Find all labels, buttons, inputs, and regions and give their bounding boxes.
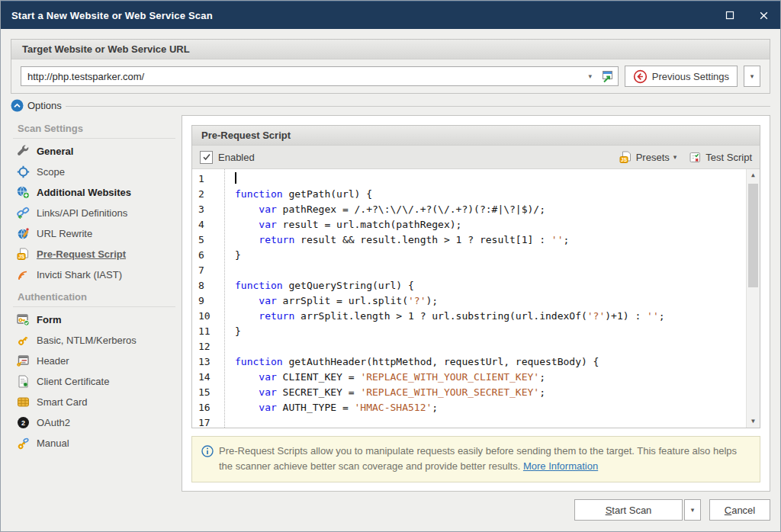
sidebar-item-label: Basic, NTLM/Kerberos [37,335,137,346]
globe-plus-icon [16,186,30,200]
test-script-button[interactable]: Test Script [689,151,752,164]
sidebar-item-form[interactable]: Form [11,309,182,330]
presets-button[interactable]: JS Presets ▾ [619,151,677,164]
url-dropdown-caret[interactable]: ▾ [583,72,598,80]
options-expander[interactable]: Options [11,99,770,112]
svg-text:JS: JS [18,254,25,259]
sidebar-item-header-auth[interactable]: Header [11,351,182,371]
code-line[interactable]: 9 var arrSplit = url.split('?'); [192,293,746,309]
code-lines[interactable]: 12function getPath(url) {3 var pathRegex… [192,169,746,428]
globe-pencil-icon [16,227,30,241]
sidebar-item-smart-card[interactable]: Smart Card [11,392,182,412]
start-scan-dropdown[interactable]: ▾ [684,499,701,521]
code-line[interactable]: 8function getQueryString(url) { [192,278,746,293]
code-line[interactable]: 15 var SECRET_KEY = 'REPLACE_WITH_YOUR_S… [192,385,746,400]
info-icon [201,445,214,457]
sidebar-item-label: Links/API Definitions [37,207,127,219]
dialog-content: Target Website or Web Service URL ▾ Prev… [1,29,780,531]
sidebar-item-additional-websites[interactable]: Additional Websites [11,182,182,203]
sidebar-item-basic-ntlm[interactable]: Basic, NTLM/Kerberos [11,330,182,351]
js-script-icon: JS [16,248,30,261]
pre-request-script-panel: Pre-Request Script Enabled JS Presets ▾ [182,115,770,492]
maximize-button[interactable] [713,2,747,29]
sidebar-item-client-certificate[interactable]: Client Certificate [11,371,182,392]
code-line[interactable]: 13function getAuthHeader(httpMethod, req… [192,354,746,370]
script-code-editor[interactable]: 12function getPath(url) {3 var pathRegex… [192,169,760,428]
sidebar-item-label: Pre-Request Script [37,248,126,260]
title-bar: Start a New Website or Web Service Scan [1,1,780,29]
sidebar-item-label: Manual [37,437,69,449]
more-information-link[interactable]: More Information [523,460,598,472]
svg-text:2: 2 [21,419,24,427]
code-line[interactable]: 10 return arrSplit.length > 1 ? url.subs… [192,309,746,324]
sidebar-item-label: General [37,146,73,157]
target-url-group: Target Website or Web Service URL ▾ Prev… [11,39,770,94]
scroll-up-icon[interactable]: ▲ [747,169,760,181]
window-title: Start a New Website or Web Service Scan [1,10,713,21]
code-line[interactable]: 3 var pathRegex = /.+?\:\/\/.+?(\/.+?)(?… [192,202,746,217]
enabled-label: Enabled [218,152,255,163]
maximize-icon [725,11,734,20]
code-line[interactable]: 11} [192,324,746,339]
scan-settings-header: Scan Settings [11,117,182,138]
sidebar-item-label: Client Certificate [37,376,109,387]
sidebar-item-manual[interactable]: Manual [11,433,182,453]
code-line[interactable]: 14 var CLIENT_KEY = 'REPLACE_WITH_YOUR_C… [192,370,746,385]
close-button[interactable] [747,2,780,29]
code-line[interactable]: 5 return result && result.length > 1 ? r… [192,232,746,248]
collapse-chevron-icon [11,99,24,112]
test-script-label: Test Script [705,152,752,163]
wrench-icon [16,145,30,159]
editor-scrollbar[interactable]: ▲ ▼ [746,169,760,428]
enabled-checkbox[interactable] [200,151,213,164]
sidebar-item-label: URL Rewrite [37,228,92,239]
code-line[interactable]: 7 [192,263,746,278]
sidebar-item-pre-request-script[interactable]: JS Pre-Request Script [11,244,182,264]
text-cursor [235,172,236,184]
script-toolbar: Enabled JS Presets ▾ Test Script [192,146,760,169]
sidebar-item-general[interactable]: General [11,141,182,162]
section-divider [13,138,175,139]
previous-settings-dropdown[interactable]: ▾ [744,66,760,87]
previous-settings-icon [633,69,648,84]
options-label: Options [27,100,62,111]
code-line[interactable]: 16 var AUTH_TYPE = 'HMAC-SHA512'; [192,400,746,415]
scrollbar-thumb[interactable] [748,184,758,287]
sidebar-item-label: Scope [37,166,65,178]
presets-caret-icon: ▾ [673,153,677,161]
start-scan-button[interactable]: Start Scan [574,499,683,521]
cancel-button[interactable]: Cancel [709,499,770,521]
sidebar-item-scope[interactable]: Scope [11,162,182,182]
sidebar-item-links-api[interactable]: Links/API Definitions [11,203,182,223]
code-line[interactable]: 12 [192,339,746,354]
previous-settings-button[interactable]: Previous Settings [625,66,738,87]
check-icon [202,152,211,162]
sidebar-item-label: Additional Websites [37,187,131,198]
sidebar-item-url-rewrite[interactable]: URL Rewrite [11,223,182,244]
test-script-icon [689,151,702,164]
gutter-separator [224,169,225,428]
js-presets-icon: JS [619,151,632,164]
code-line[interactable]: 17 [192,415,746,428]
manual-key-icon [16,437,30,450]
sidebar-item-oauth2[interactable]: 2 OAuth2 [11,412,182,433]
radiating-waves-icon [16,268,30,282]
target-icon [16,165,30,179]
code-line[interactable]: 2function getPath(url) { [192,187,746,202]
open-in-browser-icon[interactable] [598,68,618,85]
presets-label: Presets [636,152,670,163]
target-url-input[interactable] [21,68,583,85]
sidebar-item-invicti-shark[interactable]: Invicti Shark (IAST) [11,264,182,285]
scroll-down-icon[interactable]: ▼ [747,415,760,428]
code-line[interactable]: 1 [192,171,746,187]
info-text-body: Pre-Request Scripts allow you to manipul… [219,445,737,472]
pre-request-script-group: Pre-Request Script Enabled JS Presets ▾ [191,125,760,428]
section-divider [13,306,175,307]
sidebar-item-label: Smart Card [37,396,87,408]
footer-bar: Start Scan ▾ Cancel [11,492,770,531]
pre-request-script-header: Pre-Request Script [192,126,760,146]
code-line[interactable]: 6} [192,248,746,263]
code-line[interactable]: 4 var result = url.match(pathRegex); [192,217,746,232]
authentication-header: Authentication [11,285,182,306]
target-url-body: ▾ Previous Settings ▾ [11,59,770,93]
